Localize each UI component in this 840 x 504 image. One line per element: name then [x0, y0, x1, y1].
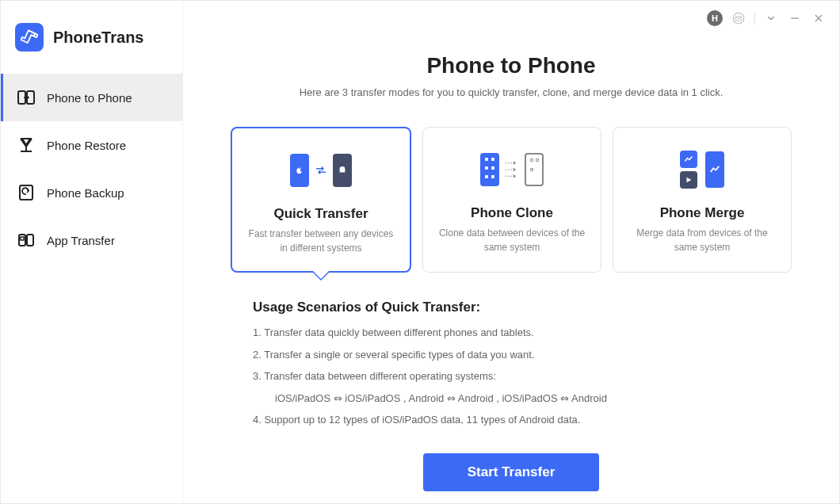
start-transfer-button[interactable]: Start Transfer: [423, 453, 600, 491]
restore-icon: [17, 136, 36, 155]
phone-merge-icon: [680, 147, 724, 193]
quick-transfer-icon: [290, 147, 352, 193]
main-content: H Phone to Phone Here are 3 transfer mod…: [183, 1, 839, 503]
scenarios-section: Usage Scenarios of Quick Transfer: 1. Tr…: [231, 300, 792, 434]
card-phone-merge[interactable]: Phone Merge Merge data from devices of t…: [613, 127, 792, 273]
sidebar-item-app-transfer[interactable]: App Transfer: [1, 216, 182, 264]
card-desc: Clone data between devices of the same s…: [436, 226, 588, 254]
phone-to-phone-icon: [17, 88, 36, 107]
svg-rect-5: [21, 237, 24, 240]
scenario-line: iOS/iPadOS ⇔ iOS/iPadOS , Android ⇔ Andr…: [253, 391, 792, 407]
card-title: Quick Transfer: [273, 206, 368, 222]
sidebar-item-phone-restore[interactable]: Phone Restore: [1, 121, 182, 169]
card-desc: Merge data from devices of the same syst…: [626, 226, 778, 254]
scenarios-title: Usage Scenarios of Quick Transfer:: [253, 300, 792, 315]
svg-rect-4: [27, 235, 33, 246]
card-title: Phone Merge: [660, 205, 745, 221]
sidebar: PhoneTrans Phone to Phone Phone Restore …: [1, 1, 183, 503]
mail-icon[interactable]: [731, 10, 746, 26]
page-title: Phone to Phone: [426, 53, 595, 78]
minimize-button[interactable]: [787, 10, 803, 26]
backup-icon: [17, 183, 36, 202]
scenario-line: 4. Support up to 12 types of iOS/iPadOS …: [253, 412, 792, 428]
chevron-down-icon[interactable]: [763, 10, 779, 26]
card-desc: Fast transfer between any devices in dif…: [245, 227, 397, 255]
user-avatar[interactable]: H: [707, 10, 723, 26]
scenario-line: 1. Transfer data quickly between differe…: [253, 325, 792, 341]
svg-marker-11: [687, 178, 692, 183]
sidebar-item-phone-to-phone[interactable]: Phone to Phone: [1, 74, 182, 121]
scenario-line: 3. Transfer data between different opera…: [253, 368, 792, 384]
titlebar: H: [707, 10, 827, 26]
card-quick-transfer[interactable]: Quick Transfer Fast transfer between any…: [231, 127, 411, 273]
mode-cards: Quick Transfer Fast transfer between any…: [231, 127, 792, 273]
svg-point-6: [733, 13, 744, 24]
app-transfer-icon: [17, 231, 36, 250]
sidebar-item-label: Phone to Phone: [47, 91, 132, 105]
close-button[interactable]: [811, 10, 827, 26]
phone-clone-icon: [480, 147, 544, 193]
card-title: Phone Clone: [471, 205, 553, 221]
sidebar-item-phone-backup[interactable]: Phone Backup: [1, 169, 182, 216]
sidebar-item-label: Phone Restore: [47, 139, 126, 152]
sidebar-item-label: Phone Backup: [47, 186, 124, 200]
page-subtitle: Here are 3 transfer modes for you to qui…: [300, 86, 724, 98]
divider: [754, 12, 755, 25]
sidebar-item-label: App Transfer: [47, 234, 115, 247]
app-title: PhoneTrans: [53, 29, 143, 47]
app-logo-icon: [15, 23, 44, 52]
scenario-line: 2. Transfer a single or several specific…: [253, 347, 792, 363]
card-phone-clone[interactable]: Phone Clone Clone data between devices o…: [422, 127, 601, 273]
sidebar-header: PhoneTrans: [1, 1, 182, 74]
